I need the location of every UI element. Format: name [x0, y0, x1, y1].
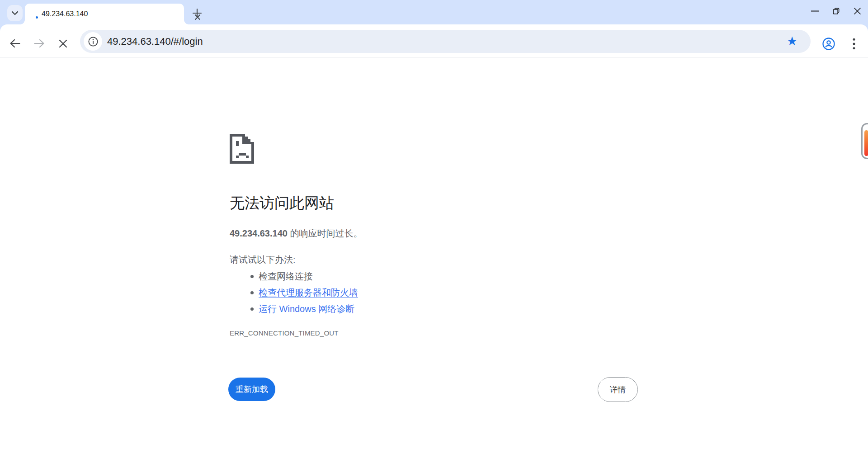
- restore-icon: [833, 8, 840, 14]
- close-window-button[interactable]: [847, 0, 868, 22]
- suggestion-item: 检查代理服务器和防火墙: [230, 284, 358, 301]
- tab-search-button[interactable]: [7, 5, 23, 21]
- browser-tab[interactable]: 49.234.63.140: [25, 4, 184, 24]
- suggestions-list: 检查网络连接 检查代理服务器和防火墙 运行 Windows 网络诊断: [230, 268, 358, 317]
- error-title: 无法访问此网站: [230, 193, 334, 213]
- plus-icon: [192, 8, 202, 18]
- bookmark-star-button[interactable]: ★: [783, 33, 801, 50]
- minimize-button[interactable]: [804, 0, 826, 22]
- arrow-left-icon: [9, 38, 21, 48]
- kebab-menu-icon: [853, 38, 855, 50]
- close-icon: [59, 39, 67, 48]
- star-filled-icon: ★: [787, 35, 797, 47]
- suggestion-text: 检查网络连接: [259, 271, 313, 281]
- error-page: 无法访问此网站 49.234.63.140 的响应时间过长。 请试试以下办法: …: [0, 57, 868, 449]
- edge-scroll-indicator[interactable]: [861, 123, 868, 159]
- profile-button[interactable]: [821, 36, 836, 52]
- suggestion-item: 运行 Windows 网络诊断: [230, 301, 358, 317]
- browser-toolbar: 49.234.63.140/#/login ★: [0, 24, 868, 57]
- suggestion-link-network-diagnostics[interactable]: 运行 Windows 网络诊断: [259, 304, 354, 314]
- forward-button[interactable]: [32, 36, 47, 51]
- error-code: ERR_CONNECTION_TIMED_OUT: [230, 329, 339, 337]
- error-host: 49.234.63.140: [230, 228, 288, 238]
- browser-chrome: 49.234.63.140: [0, 0, 868, 57]
- browser-window: 49.234.63.140: [0, 0, 868, 449]
- url-text[interactable]: 49.234.63.140/#/login: [107, 30, 203, 53]
- stop-loading-button[interactable]: [55, 36, 71, 51]
- restore-button[interactable]: [826, 0, 847, 22]
- suggestions-heading: 请试试以下办法:: [230, 254, 296, 266]
- sad-file-icon: [230, 134, 254, 164]
- tab-favicon-dot-icon: [36, 16, 38, 19]
- details-button[interactable]: 详情: [598, 377, 638, 402]
- back-button[interactable]: [7, 36, 23, 51]
- new-tab-button[interactable]: [191, 7, 203, 19]
- close-icon: [854, 8, 861, 14]
- person-circle-icon: [822, 37, 835, 51]
- reload-button[interactable]: 重新加载: [228, 378, 275, 401]
- browser-menu-button[interactable]: [846, 36, 862, 52]
- arrow-right-icon: [33, 38, 45, 48]
- info-icon: [88, 37, 98, 47]
- chevron-down-icon: [11, 11, 19, 15]
- suggestion-item: 检查网络连接: [230, 268, 358, 284]
- address-bar[interactable]: 49.234.63.140/#/login ★: [80, 30, 811, 53]
- tab-title: 49.234.63.140: [42, 4, 88, 24]
- edge-scroll-indicator-fill: [864, 130, 868, 156]
- tab-strip: 49.234.63.140: [0, 0, 868, 24]
- site-info-button[interactable]: [84, 32, 102, 51]
- error-message-rest: 的响应时间过长。: [288, 228, 363, 238]
- suggestion-link-proxy-firewall[interactable]: 检查代理服务器和防火墙: [259, 288, 358, 298]
- error-message: 49.234.63.140 的响应时间过长。: [230, 227, 362, 240]
- minimize-icon: [811, 10, 819, 12]
- window-controls: [804, 0, 868, 22]
